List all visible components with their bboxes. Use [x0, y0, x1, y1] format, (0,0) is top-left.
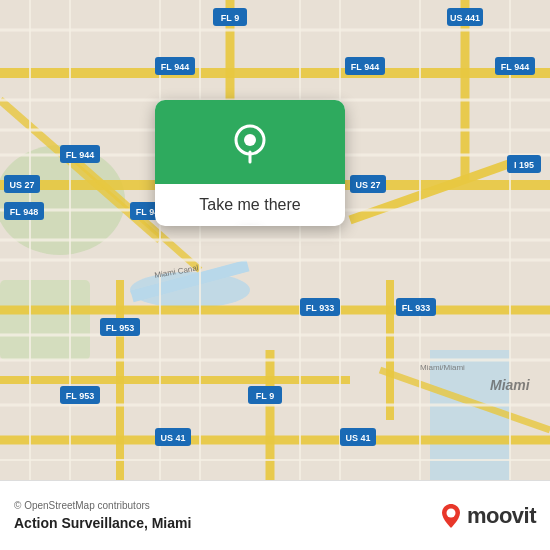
- map-pin-icon: [228, 122, 272, 166]
- bottom-bar: © OpenStreetMap contributors Action Surv…: [0, 480, 550, 550]
- svg-point-79: [244, 134, 256, 146]
- moovit-text: moovit: [467, 503, 536, 529]
- svg-text:FL 944: FL 944: [161, 62, 189, 72]
- svg-text:FL 948: FL 948: [10, 207, 38, 217]
- svg-point-81: [446, 508, 455, 517]
- svg-text:FL 953: FL 953: [106, 323, 134, 333]
- svg-text:FL 944: FL 944: [501, 62, 529, 72]
- svg-text:FL 933: FL 933: [306, 303, 334, 313]
- svg-text:US 441: US 441: [450, 13, 480, 23]
- location-info: © OpenStreetMap contributors Action Surv…: [14, 500, 191, 531]
- svg-text:FL 944: FL 944: [66, 150, 94, 160]
- take-me-there-button[interactable]: Take me there: [183, 184, 316, 226]
- svg-text:I 195: I 195: [514, 160, 534, 170]
- svg-text:FL 933: FL 933: [402, 303, 430, 313]
- svg-text:US 41: US 41: [160, 433, 185, 443]
- svg-text:Miami: Miami: [490, 377, 531, 393]
- svg-text:FL 953: FL 953: [66, 391, 94, 401]
- copyright-text: © OpenStreetMap contributors: [14, 500, 191, 511]
- popup-green-header: [155, 100, 345, 184]
- moovit-logo: moovit: [437, 502, 536, 530]
- svg-text:US 27: US 27: [355, 180, 380, 190]
- moovit-pin-icon: [437, 502, 465, 530]
- svg-text:FL 944: FL 944: [351, 62, 379, 72]
- svg-text:US 41: US 41: [345, 433, 370, 443]
- svg-text:FL 9: FL 9: [221, 13, 239, 23]
- svg-text:Miami/Miami: Miami/Miami: [420, 363, 465, 372]
- popup-card[interactable]: Take me there: [155, 100, 345, 226]
- svg-text:FL 9: FL 9: [256, 391, 274, 401]
- svg-rect-5: [0, 280, 90, 360]
- location-name: Action Surveillance, Miami: [14, 515, 191, 531]
- map-container: FL 9 US 441 FL 944 FL 944 FL 944 US 27 F…: [0, 0, 550, 480]
- svg-text:US 27: US 27: [9, 180, 34, 190]
